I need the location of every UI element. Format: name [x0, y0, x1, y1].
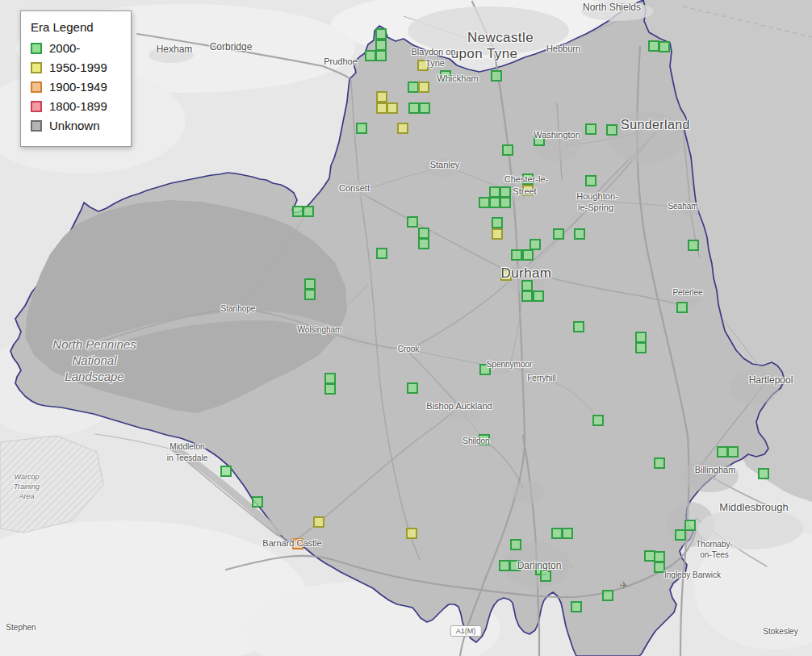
era-marker-1950[interactable] [406, 528, 417, 539]
era-marker-2000[interactable] [562, 528, 573, 539]
legend-item-1900: 1900-1949 [31, 80, 121, 94]
legend-item-label: 2000- [49, 41, 80, 55]
era-marker-2000[interactable] [510, 539, 521, 550]
era-marker-2000[interactable] [376, 248, 387, 259]
era-marker-2000[interactable] [491, 70, 502, 81]
era-marker-2000[interactable] [418, 228, 429, 239]
era-marker-2000[interactable] [606, 124, 617, 136]
legend-item-2000: 2000- [31, 41, 121, 55]
era-marker-2000[interactable] [324, 383, 336, 395]
legend-title: Era Legend [31, 20, 121, 34]
era-marker-2000[interactable] [675, 529, 686, 541]
era-marker-2000[interactable] [304, 289, 316, 300]
era-marker-2000[interactable] [571, 601, 582, 612]
era-marker-2000[interactable] [418, 238, 429, 249]
era-marker-2000[interactable] [500, 186, 511, 198]
era-marker-2000[interactable] [540, 570, 551, 582]
era-marker-2000[interactable] [654, 551, 665, 562]
era-marker-2000[interactable] [220, 466, 232, 477]
era-legend: Era Legend 2000-1950-19991900-19491800-1… [20, 10, 132, 147]
legend-swatch-icon [31, 120, 42, 132]
era-marker-2000[interactable] [551, 528, 563, 539]
era-marker-2000[interactable] [407, 382, 418, 394]
era-marker-2000[interactable] [717, 446, 728, 458]
era-marker-2000[interactable] [479, 434, 490, 445]
era-marker-1950[interactable] [387, 102, 398, 114]
era-marker-2000[interactable] [529, 239, 541, 250]
era-marker-2000[interactable] [356, 123, 367, 134]
era-marker-2000[interactable] [635, 332, 647, 343]
legend-swatch-icon [31, 101, 42, 112]
era-marker-2000[interactable] [521, 280, 533, 291]
era-marker-2000[interactable] [684, 520, 696, 531]
era-marker-2000[interactable] [574, 228, 585, 240]
era-marker-2000[interactable] [511, 249, 522, 261]
era-marker-2000[interactable] [375, 50, 387, 61]
era-marker-2000[interactable] [592, 415, 604, 426]
era-marker-1950[interactable] [492, 228, 503, 240]
era-marker-2000[interactable] [324, 373, 336, 384]
era-marker-1950[interactable] [522, 185, 534, 196]
era-marker-2000[interactable] [602, 590, 613, 601]
era-marker-2000[interactable] [375, 28, 387, 40]
era-marker-1950[interactable] [500, 270, 512, 281]
era-marker-1950[interactable] [376, 91, 387, 102]
legend-item-1800: 1800-1899 [31, 99, 121, 113]
era-marker-2000[interactable] [304, 278, 316, 290]
era-marker-2000[interactable] [522, 173, 534, 185]
era-marker-2000[interactable] [252, 496, 263, 508]
era-marker-2000[interactable] [479, 197, 490, 208]
era-marker-2000[interactable] [534, 135, 545, 146]
era-marker-2000[interactable] [489, 197, 500, 208]
era-marker-2000[interactable] [521, 290, 533, 302]
legend-item-1950: 1950-1999 [31, 61, 121, 74]
era-marker-2000[interactable] [479, 364, 491, 375]
legend-item-unknown: Unknown [31, 119, 121, 132]
era-marker-2000[interactable] [502, 144, 513, 156]
era-marker-2000[interactable] [419, 102, 430, 114]
era-marker-2000[interactable] [408, 102, 420, 114]
era-marker-1950[interactable] [397, 123, 408, 134]
legend-swatch-icon [31, 43, 42, 54]
map-viewport[interactable]: North ShieldsNewcastleupon TyneHebburnHe… [0, 0, 812, 656]
era-marker-2000[interactable] [635, 342, 647, 353]
era-marker-2000[interactable] [573, 321, 584, 332]
era-marker-1900[interactable] [292, 538, 303, 549]
legend-swatch-icon [31, 81, 42, 93]
legend-items: 2000-1950-19991900-19491800-1899Unknown [31, 41, 121, 132]
era-marker-1950[interactable] [376, 102, 387, 114]
era-marker-2000[interactable] [659, 41, 670, 52]
era-marker-2000[interactable] [522, 249, 534, 261]
era-marker-2000[interactable] [727, 446, 739, 458]
era-marker-2000[interactable] [375, 40, 387, 51]
era-marker-2000[interactable] [688, 240, 699, 251]
era-marker-2000[interactable] [758, 468, 769, 479]
era-marker-2000[interactable] [292, 206, 303, 217]
era-marker-2000[interactable] [553, 228, 564, 240]
era-marker-2000[interactable] [407, 216, 418, 228]
era-marker-2000[interactable] [533, 290, 544, 302]
era-marker-2000[interactable] [500, 197, 511, 208]
era-marker-2000[interactable] [654, 458, 665, 469]
era-marker-2000[interactable] [676, 302, 688, 313]
legend-item-label: 1800-1899 [49, 99, 107, 113]
era-marker-2000[interactable] [492, 217, 503, 228]
legend-item-label: Unknown [49, 119, 100, 132]
legend-item-label: 1900-1949 [49, 80, 107, 94]
era-marker-2000[interactable] [440, 70, 451, 81]
era-marker-1950[interactable] [417, 60, 429, 71]
era-marker-2000[interactable] [489, 186, 500, 198]
era-marker-2000[interactable] [648, 40, 659, 52]
era-marker-2000[interactable] [365, 50, 376, 61]
era-marker-2000[interactable] [499, 560, 510, 571]
era-marker-2000[interactable] [585, 175, 596, 186]
era-marker-2000[interactable] [303, 206, 314, 217]
era-marker-2000[interactable] [509, 560, 521, 571]
legend-swatch-icon [31, 62, 42, 73]
era-marker-2000[interactable] [408, 81, 419, 93]
era-marker-2000[interactable] [585, 123, 596, 135]
era-marker-1950[interactable] [313, 516, 324, 528]
era-marker-1950[interactable] [418, 81, 429, 93]
era-marker-2000[interactable] [654, 562, 665, 573]
road-shield-a1m: A1(M) [450, 625, 482, 637]
